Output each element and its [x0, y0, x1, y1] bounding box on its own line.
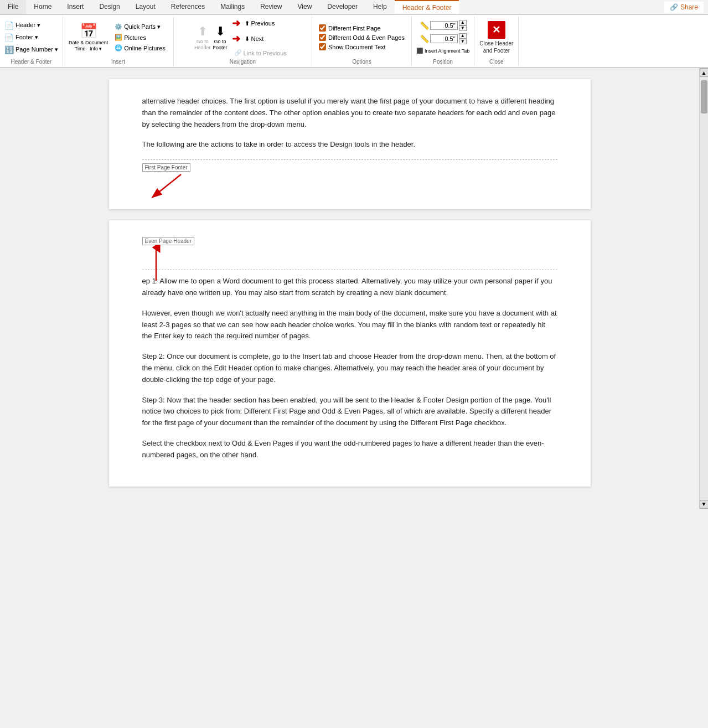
tab-mailings[interactable]: Mailings [213, 0, 252, 14]
footer-icon: 📄 [4, 33, 14, 42]
online-pictures-button[interactable]: 🌐 Online Pictures [112, 43, 168, 53]
page2-para3: Step 2: Once our document is complete, g… [142, 351, 557, 385]
tab-layout[interactable]: Layout [128, 0, 163, 14]
date-time-icon: 📅 [80, 23, 97, 40]
footer-position-input[interactable] [430, 34, 458, 43]
share-button[interactable]: 🔗 Share [664, 2, 704, 13]
date-time-button[interactable]: 📅 Date & DocumentTime Info ▾ [69, 23, 108, 52]
go-to-footer-icon: ⬇ [215, 24, 225, 39]
next-icon: ⬇ [245, 35, 250, 43]
insert-alignment-button[interactable]: ⬛ Insert Alignment Tab [414, 47, 472, 55]
pictures-button[interactable]: 🖼️ Pictures [112, 33, 168, 42]
svg-line-1 [153, 174, 181, 197]
scroll-container: alternative header choices. The first op… [0, 68, 708, 509]
footer-button[interactable]: 📄 Footer ▾ [2, 32, 60, 43]
footer-pos-up[interactable]: ▲ [459, 33, 467, 39]
footer-position-row: 📏 ▲ ▼ [420, 33, 467, 44]
previous-icon: ⬆ [245, 20, 250, 27]
toolbar-group-header-footer: 📄 Header ▾ 📄 Footer ▾ 🔢 Page Number ▾ He… [0, 16, 63, 66]
scrollbar: ▲ ▼ [699, 68, 708, 509]
ribbon-tabs: File Home Insert Design Layout Reference… [0, 0, 708, 15]
close-header-footer-button[interactable]: ✕ Close Headerand Footer [477, 19, 515, 56]
page-1-content: alternative header choices. The first op… [142, 96, 557, 151]
page-1: alternative header choices. The first op… [109, 79, 591, 209]
page2-para4: Step 3: Now that the header section has … [142, 395, 557, 429]
header-position-row: 📏 ▲ ▼ [420, 20, 467, 31]
toolbar-group-options: Different First Page Different Odd & Eve… [312, 16, 412, 66]
header-position-input[interactable] [430, 21, 458, 30]
tab-design[interactable]: Design [91, 0, 127, 14]
footer-arrow-annotation [148, 169, 192, 202]
link-to-previous-button[interactable]: 🔗 Link to Previous [232, 48, 289, 58]
previous-button[interactable]: ⬆ Previous [242, 19, 277, 28]
tab-help[interactable]: Help [365, 0, 395, 14]
page1-para2: The following are the actions to take in… [142, 139, 557, 151]
navigation-group-label: Navigation [230, 59, 256, 65]
page-number-button[interactable]: 🔢 Page Number ▾ [2, 44, 60, 55]
go-to-header-button[interactable]: ⬆ Go toHeader [194, 24, 211, 51]
position-group-label: Position [433, 59, 453, 65]
tab-home[interactable]: Home [26, 0, 59, 14]
show-document-text-checkbox[interactable]: Show Document Text [319, 43, 386, 50]
toolbar: 📄 Header ▾ 📄 Footer ▾ 🔢 Page Number ▾ He… [0, 15, 708, 68]
online-pictures-icon: 🌐 [115, 44, 122, 51]
page-1-footer: First Page Footer [142, 159, 557, 193]
toolbar-group-position: 📏 ▲ ▼ 📏 ▲ ▼ ⬛ Insert Alignment Tab P [412, 16, 474, 66]
page-2-header: Even Page Header [142, 237, 557, 270]
go-to-header-icon: ⬆ [198, 24, 208, 39]
header-arrow-annotation [148, 245, 164, 283]
different-odd-even-checkbox[interactable]: Different Odd & Even Pages [319, 34, 405, 41]
page-number-icon: 🔢 [4, 45, 14, 54]
quick-parts-icon: ⚙️ [115, 23, 122, 30]
pictures-icon: 🖼️ [115, 34, 122, 41]
page-2-content: ep 1: Allow me to open a Word document t… [142, 276, 557, 461]
go-to-footer-button[interactable]: ⬇ Go toFooter [213, 24, 228, 51]
header-pos-down[interactable]: ▼ [459, 25, 467, 31]
arrow-previous-annotation: ➜ [232, 17, 240, 29]
document-scroll-area[interactable]: alternative header choices. The first op… [0, 68, 699, 509]
close-x-icon: ✕ [488, 21, 505, 39]
scroll-up-arrow[interactable]: ▲ [700, 68, 709, 77]
footer-pos-down[interactable]: ▼ [459, 39, 467, 44]
share-icon: 🔗 [670, 3, 678, 11]
options-group-label: Options [352, 59, 371, 65]
close-group-label: Close [489, 59, 504, 65]
page2-para2: However, even though we won't actually n… [142, 308, 557, 342]
tab-references[interactable]: References [163, 0, 213, 14]
page2-para5: Select the checkbox next to Odd & Even P… [142, 438, 557, 461]
tab-developer[interactable]: Developer [319, 0, 365, 14]
link-icon: 🔗 [234, 49, 242, 56]
document-container: alternative header choices. The first op… [0, 68, 699, 509]
page-2: Even Page Header [109, 220, 591, 486]
page1-para1: alternative header choices. The first op… [142, 96, 557, 130]
tab-file[interactable]: File [0, 0, 26, 14]
header-position-icon: 📏 [420, 21, 429, 30]
header-footer-group-label: Header & Footer [11, 59, 52, 65]
next-button[interactable]: ⬇ Next [242, 34, 266, 44]
header-icon: 📄 [4, 21, 14, 30]
scroll-down-arrow[interactable]: ▼ [700, 500, 709, 509]
tab-header-footer[interactable]: Header & Footer [395, 0, 459, 14]
toolbar-group-navigation: ⬆ Go toHeader ⬇ Go toFooter ➜ ⬆ Previous [174, 16, 312, 66]
toolbar-group-close: ✕ Close Headerand Footer Close [474, 16, 519, 66]
tab-insert[interactable]: Insert [59, 0, 91, 14]
toolbar-group-insert: 📅 Date & DocumentTime Info ▾ ⚙️ Quick Pa… [63, 16, 174, 66]
quick-parts-button[interactable]: ⚙️ Quick Parts ▾ [112, 22, 168, 32]
even-page-header-label: Even Page Header [142, 237, 195, 245]
different-first-page-checkbox[interactable]: Different First Page [319, 24, 381, 32]
header-pos-up[interactable]: ▲ [459, 20, 467, 25]
page2-para1: ep 1: Allow me to open a Word document t… [142, 276, 557, 299]
header-button[interactable]: 📄 Header ▾ [2, 20, 60, 31]
tab-review[interactable]: Review [252, 0, 290, 14]
insert-group-label: Insert [111, 59, 125, 65]
arrow-next-annotation: ➜ [232, 33, 240, 45]
scroll-thumb[interactable] [701, 80, 707, 113]
alignment-icon: ⬛ [416, 48, 423, 54]
tab-view[interactable]: View [290, 0, 320, 14]
footer-position-icon: 📏 [420, 34, 429, 43]
